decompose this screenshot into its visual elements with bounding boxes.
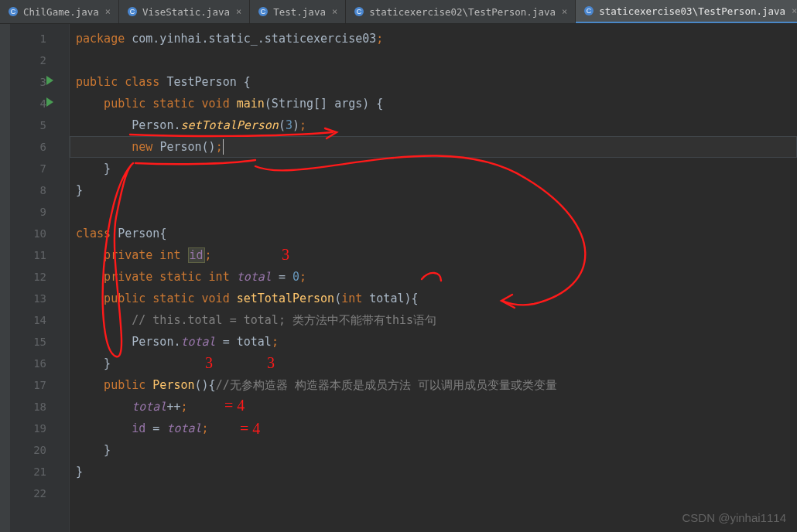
java-class-icon: C [258,6,269,17]
code-line[interactable]: total++; [70,396,797,418]
editor-tabs: C ChilGame.java × C ViseStatic.java × C … [0,0,797,24]
line-number[interactable]: 12 [11,266,57,288]
line-number[interactable]: 15 [11,331,57,353]
line-number[interactable]: 22 [11,483,57,504]
watermark: CSDN @yinhai1114 [682,511,786,524]
code-line[interactable]: } [70,179,797,201]
line-number[interactable]: 9 [11,201,57,223]
svg-text:C: C [357,8,362,15]
tab-label: ChilGame.java [23,6,99,18]
line-number[interactable]: 6 [11,136,57,158]
code-line[interactable]: public static void setTotalPerson(int to… [70,288,797,309]
java-class-icon: C [583,5,594,16]
code-line[interactable]: private static int total = 0; [70,266,797,288]
close-icon[interactable]: × [236,6,241,17]
line-number[interactable]: 17 [11,374,57,396]
left-tool-strip [0,24,11,532]
editor: 1 2 3 4 5 6 7 8 9 10 11 12 13 14 15 16 1… [0,24,797,532]
tab-visestatic[interactable]: C ViseStatic.java × [119,0,250,23]
code-line[interactable]: public static void main(String[] args) { [70,93,797,114]
code-line[interactable]: public Person(){//无参构造器 构造器本质是成员方法 可以调用成… [70,374,797,396]
run-icon[interactable] [46,76,53,85]
tab-test[interactable]: C Test.java × [250,0,346,23]
tab-label: Test.java [273,6,326,18]
svg-text:C: C [261,8,266,15]
line-number[interactable]: 8 [11,179,57,201]
tab-staticexercise03[interactable]: C staticexercise03\TestPerson.java × [576,0,797,23]
code-line[interactable]: } [70,353,797,374]
line-number[interactable]: 7 [11,158,57,179]
line-number[interactable]: 20 [11,439,57,461]
code-line[interactable]: // this.total = total; 类方法中不能带有this语句 [70,309,797,331]
java-class-icon: C [354,6,364,17]
code-line[interactable]: package com.yinhai.static_.staticexercis… [70,28,797,49]
line-number[interactable]: 18 [11,396,57,418]
java-class-icon: C [127,6,138,17]
run-icon[interactable] [46,97,53,107]
code-line[interactable]: class Person{ [70,223,797,244]
code-area[interactable]: package com.yinhai.static_.staticexercis… [70,24,797,532]
tab-label: staticexercise03\TestPerson.java [599,5,785,17]
line-number[interactable]: 16 [11,353,57,374]
code-line[interactable]: } [70,461,797,483]
tab-chilgame[interactable]: C ChilGame.java × [0,0,119,23]
line-gutter[interactable]: 1 2 3 4 5 6 7 8 9 10 11 12 13 14 15 16 1… [11,24,57,532]
text-caret [223,139,224,155]
code-line[interactable]: Person.setTotalPerson(3); [70,114,797,136]
code-line[interactable]: id = total; [70,418,797,439]
code-line[interactable]: Person.total = total; [70,331,797,353]
java-class-icon: C [8,6,19,17]
line-number[interactable]: 13 [11,288,57,309]
svg-text:C: C [130,8,135,15]
line-number[interactable]: 4 [11,93,57,114]
close-icon[interactable]: × [792,5,797,16]
tab-staticexercise02[interactable]: C staticexercise02\TestPerson.java × [346,0,576,23]
code-line[interactable] [70,49,797,71]
code-line-current[interactable]: new Person(); [70,136,797,158]
line-number[interactable]: 14 [11,309,57,331]
fold-column[interactable] [57,24,70,532]
line-number[interactable]: 10 [11,223,57,244]
code-line[interactable]: public class TestPerson { [70,71,797,93]
code-line[interactable] [70,201,797,223]
line-number[interactable]: 21 [11,461,57,483]
line-number[interactable]: 11 [11,244,57,266]
svg-text:C: C [11,8,16,15]
tab-label: ViseStatic.java [142,6,230,18]
close-icon[interactable]: × [562,6,567,17]
close-icon[interactable]: × [332,6,337,17]
code-line[interactable]: private int id; [70,244,797,266]
svg-text:C: C [587,7,592,15]
close-icon[interactable]: × [105,6,111,17]
line-number[interactable]: 19 [11,418,57,439]
line-number[interactable]: 2 [11,49,57,71]
code-line[interactable]: } [70,439,797,461]
line-number[interactable]: 5 [11,114,57,136]
tab-label: staticexercise02\TestPerson.java [369,6,556,18]
code-line[interactable]: } [70,158,797,179]
line-number[interactable]: 3 [11,71,57,93]
line-number[interactable]: 1 [11,28,57,49]
code-line[interactable] [70,483,797,504]
